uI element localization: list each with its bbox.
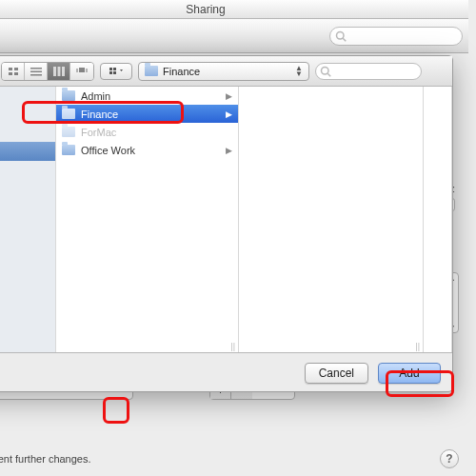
- sidebar-item[interactable]: c: [0, 218, 55, 237]
- sidebar-item[interactable]: es: [0, 199, 55, 218]
- folder-column-3: [424, 87, 452, 352]
- svg-rect-11: [62, 67, 65, 76]
- svg-rect-10: [57, 67, 60, 76]
- sidebar-item[interactable]: y Files: [0, 104, 55, 123]
- folder-icon: [62, 109, 75, 119]
- svg-rect-18: [113, 71, 116, 74]
- chevron-right-icon: ▶: [226, 91, 232, 101]
- lock-text: ck to prevent further changes.: [0, 453, 91, 465]
- view-columns-button[interactable]: [48, 63, 70, 80]
- folder-label: Office Work: [81, 145, 135, 156]
- folder-icon: [62, 90, 75, 101]
- preferences-toolbar: All: [0, 19, 468, 53]
- folder-label: Admin: [81, 90, 110, 102]
- sheet-button-row: Cancel Add: [305, 363, 441, 384]
- svg-rect-6: [30, 68, 42, 69]
- folder-icon: [62, 127, 75, 137]
- sheet-toolbar: ◀ ▶ Finance ▲▼: [0, 56, 452, 87]
- folder-item-admin[interactable]: Admin ▶: [56, 87, 238, 105]
- svg-rect-16: [113, 68, 116, 70]
- arrange-icon: [109, 67, 124, 76]
- add-label: Add: [399, 367, 419, 380]
- view-list-button[interactable]: [25, 63, 48, 80]
- preferences-search-field[interactable]: [329, 27, 463, 46]
- help-button[interactable]: ?: [440, 449, 459, 468]
- window-title: Sharing: [186, 3, 225, 16]
- folder-column-1: Admin ▶ Finance ▶ ForMac Office Work ▶ |…: [56, 87, 239, 352]
- svg-rect-8: [30, 74, 42, 76]
- window-titlebar: Sharing: [0, 0, 468, 19]
- sidebar-column: y Files cations top ments loads es c es …: [0, 87, 56, 352]
- svg-rect-14: [86, 69, 88, 72]
- folder-label: Finance: [81, 109, 118, 120]
- chevron-right-icon: ▶: [226, 146, 232, 155]
- sidebar-item[interactable]: cations: [0, 123, 55, 142]
- svg-rect-13: [76, 69, 78, 72]
- svg-rect-15: [109, 68, 112, 70]
- folder-column-2: ||: [239, 87, 424, 352]
- add-button[interactable]: Add: [378, 363, 441, 384]
- view-icons-button[interactable]: [2, 63, 25, 80]
- view-mode-segment: [1, 62, 94, 81]
- sidebar-item[interactable]: loads: [0, 180, 55, 199]
- sidebar-item[interactable]: ments: [0, 161, 55, 180]
- svg-rect-2: [9, 68, 12, 70]
- path-label: Finance: [163, 66, 200, 77]
- sidebar-item[interactable]: ac: [0, 273, 55, 292]
- svg-line-1: [343, 38, 346, 41]
- folder-label: ForMac: [81, 127, 116, 138]
- svg-line-20: [327, 73, 330, 76]
- svg-rect-12: [79, 68, 85, 72]
- svg-point-19: [322, 67, 329, 74]
- folder-icon: [145, 66, 158, 76]
- search-icon: [320, 66, 331, 77]
- sidebar-header: [0, 87, 55, 104]
- lock-row: ck to prevent further changes. ?: [0, 449, 459, 468]
- folder-item-officework[interactable]: Office Work ▶: [56, 141, 238, 159]
- svg-point-0: [337, 31, 345, 39]
- folder-item-formac[interactable]: ForMac: [56, 123, 238, 141]
- column-resize-handle[interactable]: ||: [415, 342, 420, 351]
- svg-rect-3: [14, 68, 18, 70]
- svg-rect-7: [30, 70, 42, 72]
- sidebar-item[interactable]: es: [0, 237, 55, 256]
- view-coverflow-button[interactable]: [70, 63, 93, 80]
- column-browser: y Files cations top ments loads es c es …: [0, 87, 452, 353]
- svg-rect-17: [109, 71, 112, 74]
- cancel-button[interactable]: Cancel: [305, 363, 368, 384]
- path-popup[interactable]: Finance ▲▼: [138, 62, 309, 81]
- folder-picker-sheet: ◀ ▶ Finance ▲▼: [0, 55, 453, 392]
- column-resize-handle[interactable]: ||: [230, 342, 235, 351]
- sidebar-header: [0, 256, 55, 273]
- folder-icon: [62, 145, 75, 155]
- search-icon: [335, 30, 347, 42]
- chevron-right-icon: ▶: [226, 109, 232, 119]
- svg-rect-4: [9, 72, 12, 75]
- sheet-search-field[interactable]: [315, 63, 422, 80]
- arrange-button[interactable]: [100, 63, 132, 80]
- svg-rect-5: [14, 72, 18, 75]
- cancel-label: Cancel: [319, 367, 354, 380]
- sidebar-item-desktop[interactable]: top: [0, 142, 55, 161]
- chevron-updown-icon: ▲▼: [295, 66, 303, 77]
- svg-rect-9: [53, 67, 56, 76]
- folder-item-finance[interactable]: Finance ▶: [56, 105, 238, 123]
